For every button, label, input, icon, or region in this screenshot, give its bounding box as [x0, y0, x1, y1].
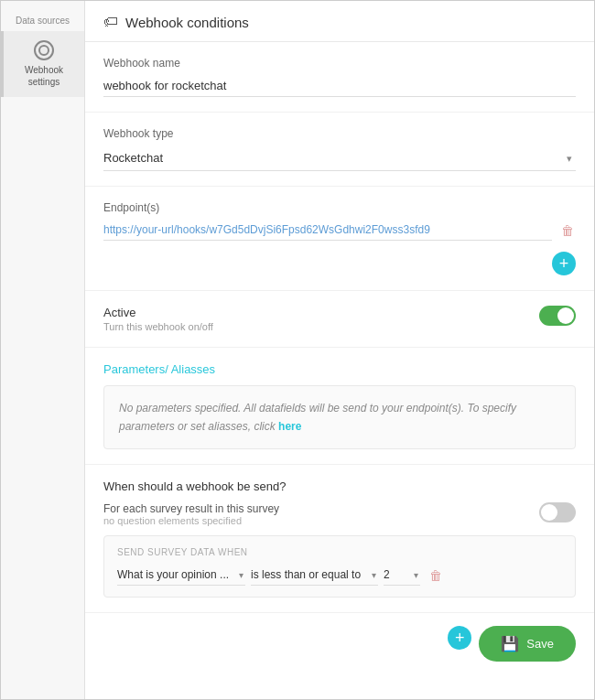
- send-data-row: What is your opinion ... Other question …: [117, 565, 562, 586]
- save-button[interactable]: 💾 Save: [479, 626, 576, 662]
- webhook-type-select[interactable]: Rocketchat Slack Custom: [103, 145, 576, 171]
- question-select-wrapper: What is your opinion ... Other question …: [117, 565, 245, 586]
- webhook-icon: [34, 40, 54, 60]
- active-label: Active: [103, 306, 213, 319]
- sidebar: Data sources Webhook settings: [1, 1, 85, 699]
- survey-info: For each survey result in this survey no…: [103, 502, 279, 526]
- save-icon: 💾: [501, 635, 519, 652]
- condition-select[interactable]: is less than or equal to is greater than…: [251, 565, 378, 586]
- webhook-type-label: Webhook type: [103, 127, 576, 140]
- question-select[interactable]: What is your opinion ... Other question: [117, 565, 245, 586]
- parameters-box: No parameters specified. All datafields …: [103, 385, 576, 449]
- toggle-slider: [539, 306, 576, 326]
- endpoint-input[interactable]: [103, 220, 552, 241]
- number-select[interactable]: 2 1 3: [384, 565, 420, 586]
- parameters-message: No parameters specified. All datafields …: [119, 402, 516, 433]
- toggle-slider-off: [539, 502, 576, 522]
- survey-row: For each survey result in this survey no…: [103, 502, 576, 526]
- active-description: Turn this webhook on/off: [103, 321, 213, 332]
- send-data-label: SEND SURVEY DATA WHEN: [117, 547, 562, 557]
- main-layout: Data sources Webhook settings 🏷 Webhook …: [1, 1, 594, 699]
- content-area: 🏷 Webhook conditions Webhook name Webhoo…: [85, 1, 594, 699]
- when-toggle[interactable]: [539, 502, 576, 522]
- send-data-box: SEND SURVEY DATA WHEN What is your opini…: [103, 535, 576, 598]
- delete-endpoint-button[interactable]: 🗑: [559, 221, 576, 240]
- number-select-wrapper: 2 1 3 ▾: [384, 565, 420, 586]
- webhook-name-section: Webhook name: [85, 42, 594, 113]
- sidebar-title: Data sources: [1, 10, 84, 31]
- condition-select-wrapper: is less than or equal to is greater than…: [251, 565, 378, 586]
- add-endpoint-button[interactable]: +: [552, 252, 576, 275]
- add-condition-button[interactable]: +: [448, 626, 471, 650]
- delete-send-row-button[interactable]: 🗑: [429, 568, 442, 583]
- endpoint-row: 🗑: [103, 220, 576, 241]
- active-info: Active Turn this webhook on/off: [103, 306, 213, 332]
- parameters-link[interactable]: here: [278, 420, 301, 433]
- sidebar-item-label: Webhook settings: [25, 64, 63, 88]
- endpoints-section: Endpoint(s) 🗑 +: [85, 187, 594, 291]
- active-toggle[interactable]: [539, 306, 576, 326]
- when-section: When should a webhook be send? For each …: [85, 465, 594, 613]
- survey-label: For each survey result in this survey: [103, 502, 279, 515]
- endpoints-label: Endpoint(s): [103, 201, 576, 214]
- tag-icon: 🏷: [103, 14, 118, 30]
- sidebar-item-webhook[interactable]: Webhook settings: [1, 31, 84, 97]
- webhook-type-section: Webhook type Rocketchat Slack Custom ▾: [85, 113, 594, 187]
- parameters-title: Parameters/ Aliasses: [103, 362, 576, 376]
- active-section: Active Turn this webhook on/off: [85, 291, 594, 348]
- webhook-name-input[interactable]: [103, 75, 576, 97]
- page-title: Webhook conditions: [125, 15, 249, 30]
- page-header: 🏷 Webhook conditions: [85, 1, 594, 42]
- webhook-name-label: Webhook name: [103, 57, 576, 70]
- active-toggle-row: Active Turn this webhook on/off: [103, 306, 576, 332]
- parameters-section: Parameters/ Aliasses No parameters speci…: [85, 348, 594, 465]
- when-title: When should a webhook be send?: [103, 479, 576, 493]
- survey-sub: no question elements specified: [103, 515, 279, 526]
- app-window: Data sources Webhook settings 🏷 Webhook …: [0, 0, 595, 700]
- webhook-type-select-wrapper: Rocketchat Slack Custom ▾: [103, 145, 576, 171]
- save-label: Save: [526, 637, 554, 651]
- save-area: + 💾 Save: [85, 613, 594, 676]
